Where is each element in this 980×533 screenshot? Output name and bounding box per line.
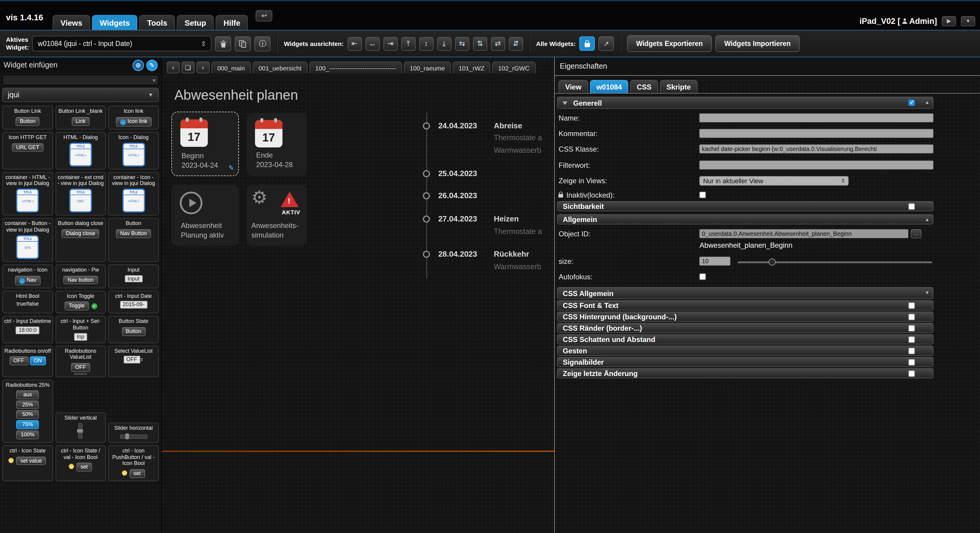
widget-tile-radiobuttons-valuelist[interactable]: Radiobuttons ValueList OFF — [55, 345, 106, 377]
tab-view[interactable]: View — [559, 80, 588, 93]
widget-tile-icon-dialog[interactable]: Icon - Dialog TITLE <HTML> — [108, 132, 159, 170]
widget-tile-icon-http-get[interactable]: Icon HTTP GET URL GET — [2, 132, 53, 170]
size-slider[interactable] — [738, 262, 932, 263]
section-css-raender[interactable]: CSS Ränder (border-...) — [557, 323, 934, 333]
section-checkbox[interactable] — [908, 313, 915, 320]
widget-info-button[interactable]: ⓘ — [255, 36, 271, 51]
widget-tile-radiobuttons-onoff[interactable]: Radiobuttons on/off OFFON — [2, 345, 53, 377]
view-tab-101-rwz[interactable]: 101_rWZ — [453, 62, 490, 73]
align-center-horizontal-icon[interactable]: ↔ — [365, 37, 380, 51]
widget-tile-ctrl-input-date[interactable]: ctrl - Input Date 2015-09- — [108, 290, 159, 313]
generell-checkbox[interactable] — [908, 99, 915, 106]
widget-group-select[interactable]: jqui ▼ — [2, 88, 159, 102]
same-height-icon[interactable]: ⇵ — [509, 37, 523, 51]
name-input[interactable] — [700, 113, 934, 122]
section-checkbox[interactable] — [908, 347, 915, 354]
widget-tile-ctrl-icon-state[interactable]: ctrl - Icon State set value — [2, 445, 53, 481]
view-tab-100-raeume[interactable]: 100_raeume — [404, 62, 451, 73]
widget-tile-html-dialog[interactable]: HTML - Dialog TITLE <HTML> — [55, 132, 106, 170]
widget-tile-button-nav[interactable]: Button Nav Button — [108, 218, 159, 262]
align-top-icon[interactable]: ⤒ — [401, 37, 415, 51]
widget-tile-ctrl-icon-state-bool[interactable]: ctrl - Icon State / val - Icon Bool set — [55, 445, 106, 481]
date-begin-widget[interactable]: 17 Beginn 2023-04-24 ✎ — [172, 112, 239, 176]
export-widgets-button[interactable]: Widgets Exportieren — [627, 35, 711, 52]
widget-tile-button-dialog-close[interactable]: Button dialog close Dialog close — [55, 218, 106, 262]
same-width-icon[interactable]: ⇄ — [491, 37, 505, 51]
next-view-icon[interactable]: › — [196, 62, 210, 73]
align-left-icon[interactable]: ⇤ — [347, 37, 361, 51]
run-view-button[interactable]: ▶ — [942, 16, 956, 26]
section-checkbox[interactable] — [908, 325, 915, 331]
section-generell[interactable]: Generell ▲ — [557, 97, 934, 109]
autofokus-checkbox[interactable] — [700, 273, 706, 280]
tab-views[interactable]: Views — [53, 15, 90, 30]
distribute-vertical-icon[interactable]: ⇅ — [473, 37, 487, 51]
show-all-widgets-button[interactable]: ↗ — [598, 36, 614, 51]
widget-tile-button-link[interactable]: Button Link Button — [2, 106, 53, 130]
widget-tile-container-html[interactable]: container - HTML - view in jqui Dialog T… — [2, 171, 53, 216]
absence-planning-widget[interactable]: Abwesenheit Planung aktiv — [172, 184, 239, 246]
widget-search-input[interactable] — [5, 76, 152, 84]
tab-w01084[interactable]: w01084 — [590, 80, 628, 93]
section-checkbox[interactable] — [908, 302, 915, 309]
copy-widget-button[interactable] — [235, 36, 251, 51]
section-checkbox[interactable] — [908, 359, 915, 365]
widget-tile-navigation-pw[interactable]: navigation - Pw Nav button — [55, 265, 106, 288]
distribute-horizontal-icon[interactable]: ⇆ — [455, 37, 469, 51]
view-tab-102-rgwc[interactable]: 102_rGWC — [492, 62, 535, 73]
widget-tile-navigation-icon[interactable]: navigation - Icon →Nav — [2, 265, 53, 288]
section-css-allgemein[interactable]: CSS Allgemein ▼ — [557, 287, 934, 299]
section-zeige-letzte-aenderung[interactable]: Zeige letzte Änderung — [557, 368, 934, 378]
widget-tile-input[interactable]: Input Input — [108, 265, 159, 288]
date-end-widget[interactable]: 17 Ende 2023-04-28 — [247, 113, 307, 176]
collapse-up-icon[interactable]: ▲ — [925, 97, 929, 109]
object-id-input[interactable] — [700, 229, 908, 238]
widget-tile-container-icon[interactable]: container - Icon - view in jqui Dialog T… — [108, 171, 159, 216]
undo-icon[interactable]: ↩ — [256, 10, 273, 22]
section-allgemein[interactable]: Allgemein ▲ — [557, 214, 934, 224]
tab-tools[interactable]: Tools — [140, 15, 175, 30]
widget-tile-button-link-blank[interactable]: Button Link _blank Link — [55, 106, 106, 130]
align-right-icon[interactable]: ⇥ — [383, 37, 398, 51]
tab-setup[interactable]: Setup — [177, 15, 214, 30]
tab-skripte[interactable]: Skripte — [660, 80, 697, 93]
pin-panel-button[interactable]: ⊕ — [132, 59, 144, 71]
timeline-widget[interactable]: 24.04.2023 Abreise Thermostate a Warmwas… — [423, 113, 555, 286]
view-tab-000-main[interactable]: 000_main — [212, 62, 251, 73]
view-tab-100-separator[interactable]: 100_-------------------------------- — [309, 62, 402, 73]
paste-view-icon[interactable]: ❏ — [181, 62, 195, 73]
view-tab-001-uebersicht[interactable]: 001_uebersicht — [253, 62, 307, 73]
widget-tile-icon-link[interactable]: Icon link →Icon link — [108, 106, 159, 130]
kommentar-input[interactable] — [700, 129, 934, 138]
menu-dropdown-button[interactable]: ▾ — [961, 16, 975, 26]
css-klasse-input[interactable] — [700, 144, 934, 153]
size-input[interactable] — [700, 257, 731, 266]
widget-tile-select-valuelist[interactable]: Select ValueList OFF⇕ — [108, 345, 159, 377]
object-id-picker-button[interactable]: … — [911, 229, 922, 238]
presence-simulation-widget[interactable]: ⚙ ! AKTIV Anwesenheits- simulation — [247, 184, 307, 246]
tab-css[interactable]: CSS — [630, 80, 658, 93]
widget-tile-ctrl-input-datetime[interactable]: ctrl - Input Datetime 18:00:0 — [2, 316, 53, 343]
widget-tile-html-bool[interactable]: Html Bool true/false — [2, 290, 53, 313]
prev-view-icon[interactable]: ‹ — [167, 62, 180, 73]
align-bottom-icon[interactable]: ⤓ — [437, 37, 451, 51]
widget-tile-icon-toggle[interactable]: Icon Toggle Toggle+ — [55, 290, 106, 313]
collapse-up-icon[interactable]: ▲ — [925, 214, 929, 224]
size-slider-handle[interactable] — [769, 259, 776, 266]
delete-widget-button[interactable] — [215, 36, 231, 51]
edit-mode-button[interactable]: ✎ — [146, 59, 158, 71]
widget-tile-ctrl-input-set-button[interactable]: ctrl - Input + Set-Button Inp — [55, 316, 106, 343]
zeige-in-views-select[interactable]: Nur in aktueller View ⇕ — [700, 176, 849, 186]
section-signalbilder[interactable]: Signalbilder — [557, 357, 934, 367]
align-middle-vertical-icon[interactable]: ↕ — [419, 37, 433, 51]
section-css-hintergrund[interactable]: CSS Hintergrund (background-...) — [557, 312, 934, 322]
section-gesten[interactable]: Gesten — [557, 346, 934, 356]
section-css-font-text[interactable]: CSS Font & Text — [557, 300, 934, 310]
widget-tile-container-ext-cmd[interactable]: container - ext cmd - view in jqui Dialo… — [55, 171, 106, 216]
active-widget-select[interactable]: w01084 (jqui - ctrl - Input Date) ⇕ — [33, 36, 212, 51]
sichtbarkeit-checkbox[interactable] — [908, 203, 915, 209]
tab-hilfe[interactable]: Hilfe — [216, 15, 248, 30]
tab-widgets[interactable]: Widgets — [92, 15, 138, 30]
inaktiv-checkbox[interactable] — [700, 192, 706, 198]
section-checkbox[interactable] — [908, 336, 915, 343]
